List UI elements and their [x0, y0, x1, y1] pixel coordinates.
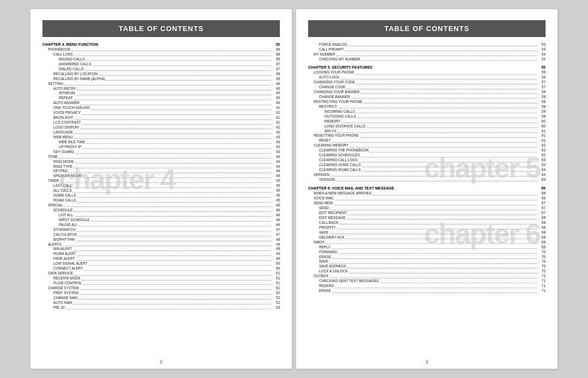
toc-dots: [74, 211, 271, 212]
toc-page-num: 46: [272, 213, 280, 217]
toc-entry: INTERVAL40: [42, 91, 280, 95]
toc-entry-label: PREF SYSTEM: [53, 291, 78, 295]
toc-dots: [73, 192, 271, 193]
toc-page-num: 61: [538, 138, 546, 143]
toc-dots: [77, 197, 271, 198]
toc-entry-label: WEB IDLE TIME: [59, 140, 85, 144]
toc-page-num: 44: [272, 164, 280, 169]
toc-entry: SAVE68: [308, 230, 546, 235]
toc-dots: [338, 253, 537, 254]
toc-entry-label: ALL CALLS: [53, 188, 72, 193]
toc-entry: OUTGOING CALLS59: [308, 114, 546, 119]
toc-entry-label: FORCE ANALOG: [319, 42, 347, 47]
toc-page-num: 58: [538, 100, 546, 104]
toc-entry: RECALLING BY NAME (ALPHA)39: [42, 77, 280, 81]
right-ch6-entries: WHEN A NEW MESSAGE ARRIVES66VOICE MAIL66…: [308, 191, 546, 293]
toc-dots: [99, 75, 271, 76]
toc-page-num: 45: [272, 179, 280, 183]
right-content: chapter 5 chapter 6 FORCE ANALOG53CALL P…: [308, 42, 546, 294]
chapter4-title: CHAPTER 4. MENU FUNCTION: [42, 42, 98, 46]
toc-entry-label: CHANGING YOUR BANNER: [314, 90, 359, 94]
toc-page-num: 51: [272, 271, 280, 276]
toc-page-num: 68: [538, 216, 546, 220]
toc-entry: MIN ALERT49: [42, 247, 280, 251]
toc-entry: PREF SYSTEM52: [42, 291, 280, 295]
toc-page-num: 46: [272, 223, 280, 227]
toc-page-num: 37: [272, 62, 280, 66]
toc-entry-label: PAUSE ALL: [59, 223, 78, 227]
toc-entry: RESTRICTING YOUR PHONE58: [308, 100, 546, 104]
toc-entry: CHANGE CODE57: [308, 85, 546, 89]
toc-entry-label: AUTO LOCK: [319, 75, 339, 80]
chapter6-title: CHAPTER 6. VOICE MAIL AND TEXT MESSAGE: [308, 186, 394, 190]
toc-entry-label: CLEARING HOME CALLS: [319, 163, 361, 167]
toc-entry: CLEARING HOME CALLS63: [308, 163, 546, 167]
toc-dots: [76, 241, 271, 241]
toc-entry: MY NUMBER54: [308, 52, 546, 57]
toc-entry-label: FADE ALERT: [53, 257, 75, 261]
toc-page-num: 53: [538, 47, 546, 52]
toc-entry-label: LOGO DISPLAY: [53, 125, 79, 130]
toc-entry: BIORHYTHM48: [42, 237, 280, 242]
toc-entry-label: CHANGE SYSTEM: [48, 286, 78, 290]
toc-entry: VERSION64: [308, 173, 546, 177]
toc-page-num: 64: [538, 173, 546, 177]
toc-page-num: 49: [272, 247, 280, 251]
toc-page-num: 68: [538, 225, 546, 230]
toc-page-num: 57: [538, 80, 546, 84]
toc-page-num: 71: [538, 284, 546, 288]
toc-entry-label: OUTBOX: [314, 274, 328, 278]
toc-entry-label: BIORHYTHM: [53, 237, 75, 242]
toc-entry: CALL BACK68: [308, 221, 546, 225]
toc-dots: [356, 113, 537, 113]
toc-page-num: 54: [538, 52, 546, 57]
toc-page-num: 70: [538, 269, 546, 273]
toc-entry-label: RESEND: [319, 284, 334, 288]
toc-page-num: 39: [272, 77, 280, 81]
toc-entry-label: ERASE: [319, 289, 331, 293]
toc-entry: VOICE MAIL66: [308, 196, 546, 200]
toc-page-num: 43: [272, 150, 280, 154]
toc-dots: [82, 148, 271, 149]
toc-page-num: 62: [538, 143, 546, 148]
toc-entry-label: CALL PROMPT: [319, 47, 344, 52]
toc-dots: [330, 176, 537, 176]
toc-entry-label: MISSED CALLS: [59, 57, 84, 62]
toc-entry: ROAM CALLS45: [42, 198, 280, 203]
toc-entry: CHANGE BANNER58: [308, 95, 546, 99]
toc-entry-label: 900 #'S: [324, 129, 336, 133]
toc-dots: [74, 100, 271, 100]
toc-dots: [69, 173, 271, 173]
toc-entry-label: SETTING: [48, 82, 63, 86]
toc-entry: TIMER45: [42, 179, 280, 183]
toc-entry: UP PROXY IP43: [42, 145, 280, 149]
toc-dots: [89, 265, 272, 266]
toc-entry: DATA SERVICE51: [42, 271, 280, 276]
toc-dots: [326, 243, 537, 244]
toc-dots: [84, 270, 271, 271]
toc-entry-label: EDIT MESSAGE: [319, 216, 346, 220]
toc-entry: LAST CALL45: [42, 184, 280, 188]
toc-entry-label: LOCKING YOUR PHONE: [314, 70, 354, 75]
toc-dots: [77, 202, 271, 203]
toc-entry-label: SAVE ADDRESS: [319, 264, 346, 269]
toc-entry-label: CLEARING THE PHONEBOOK: [319, 148, 369, 153]
toc-dots: [86, 143, 271, 144]
toc-entry-label: RECALLING BY NAME (ALPHA): [53, 77, 105, 81]
toc-entry-label: DELIVERY ACK: [319, 235, 345, 240]
toc-dots: [360, 137, 537, 138]
toc-entry: RESTRICT:58: [308, 105, 546, 109]
toc-page-num: 44: [272, 160, 280, 164]
toc-entry-label: ERASE: [319, 255, 331, 259]
toc-entry: ALL CALLS45: [42, 188, 280, 193]
toc-entry: RECEIVE MODE51: [42, 276, 280, 281]
toc-dots: [366, 127, 537, 128]
toc-entry: LOGO DISPLAY42: [42, 125, 280, 130]
toc-entry: VOICE PRIVACY41: [42, 111, 280, 115]
toc-dots: [363, 103, 537, 103]
toc-page-num: 66: [538, 191, 546, 196]
toc-page-num: 56: [538, 75, 546, 80]
toc-dots: [93, 65, 271, 66]
toc-page-num: 40: [272, 87, 280, 91]
toc-entry-label: SEND: [319, 206, 329, 210]
